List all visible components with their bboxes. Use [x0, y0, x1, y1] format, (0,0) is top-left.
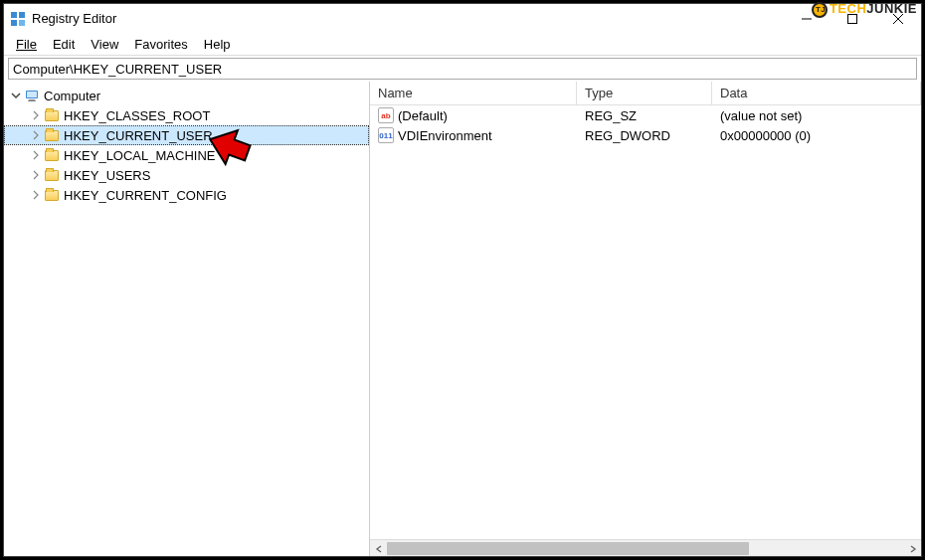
- column-type[interactable]: Type: [577, 82, 712, 104]
- chevron-right-icon[interactable]: [30, 129, 42, 141]
- titlebar[interactable]: Registry Editor: [4, 4, 921, 34]
- list-row[interactable]: 011 VDIEnvironment REG_DWORD 0x00000000 …: [370, 125, 921, 145]
- menu-file[interactable]: File: [8, 35, 45, 54]
- svg-rect-9: [27, 92, 37, 97]
- folder-icon: [44, 167, 60, 183]
- reg-binary-icon: 011: [378, 127, 394, 143]
- watermark-tech: TECH: [830, 1, 866, 16]
- tree-root-label: Computer: [44, 89, 100, 103]
- tree-pane[interactable]: Computer HKEY_CLASSES_ROOT HKEY_CURRENT_…: [4, 82, 370, 556]
- svg-rect-3: [19, 20, 25, 26]
- value-type: REG_SZ: [577, 108, 712, 123]
- menu-favorites[interactable]: Favorites: [126, 35, 195, 54]
- scroll-right-button[interactable]: [904, 540, 921, 556]
- tree-hive-label: HKEY_CURRENT_CONFIG: [64, 188, 227, 203]
- horizontal-scrollbar[interactable]: [370, 539, 921, 556]
- chevron-right-icon[interactable]: [30, 109, 42, 121]
- window-title: Registry Editor: [32, 11, 116, 26]
- reg-string-icon: ab: [378, 107, 394, 123]
- value-data: (value not set): [712, 108, 921, 123]
- watermark-junkie: JUNKIE: [866, 1, 917, 16]
- tree-root-computer[interactable]: Computer: [4, 86, 369, 105]
- folder-icon: [44, 127, 60, 143]
- menu-help[interactable]: Help: [196, 35, 239, 54]
- watermark-badge: TECHJUNKIE: [812, 1, 917, 18]
- value-type: REG_DWORD: [577, 128, 712, 143]
- tree-hive-local-machine[interactable]: HKEY_LOCAL_MACHINE: [4, 145, 369, 165]
- tree-hive-label: HKEY_CURRENT_USER: [64, 128, 213, 143]
- folder-icon: [44, 107, 60, 123]
- main-content: Computer HKEY_CLASSES_ROOT HKEY_CURRENT_…: [4, 82, 921, 556]
- folder-icon: [44, 187, 60, 203]
- watermark-icon: [812, 2, 828, 18]
- tree-hive-label: HKEY_LOCAL_MACHINE: [64, 148, 215, 163]
- menu-view[interactable]: View: [83, 35, 126, 54]
- list-header: Name Type Data: [370, 82, 921, 105]
- chevron-right-icon[interactable]: [30, 149, 42, 161]
- column-data[interactable]: Data: [712, 82, 921, 104]
- tree-hive-classes-root[interactable]: HKEY_CLASSES_ROOT: [4, 105, 369, 125]
- tree-hive-current-config[interactable]: HKEY_CURRENT_CONFIG: [4, 185, 369, 205]
- svg-rect-0: [11, 12, 17, 18]
- address-bar[interactable]: Computer\HKEY_CURRENT_USER: [8, 58, 917, 80]
- list-body[interactable]: ab (Default) REG_SZ (value not set) 011 …: [370, 105, 921, 539]
- computer-icon: [24, 88, 40, 103]
- scroll-track[interactable]: [387, 540, 904, 556]
- scroll-thumb[interactable]: [387, 542, 749, 555]
- regedit-icon: [10, 11, 26, 27]
- window-frame: Registry Editor File Edit View Favorites…: [3, 3, 922, 557]
- scroll-left-button[interactable]: [370, 540, 387, 556]
- value-data: 0x00000000 (0): [712, 128, 921, 143]
- menu-edit[interactable]: Edit: [45, 35, 83, 54]
- address-path: Computer\HKEY_CURRENT_USER: [13, 62, 222, 77]
- chevron-down-icon[interactable]: [10, 90, 22, 101]
- value-name: VDIEnvironment: [398, 128, 492, 143]
- folder-icon: [44, 147, 60, 163]
- tree-hive-users[interactable]: HKEY_USERS: [4, 165, 369, 185]
- svg-rect-1: [19, 12, 25, 18]
- tree-hive-label: HKEY_USERS: [64, 168, 150, 183]
- svg-rect-10: [29, 99, 35, 100]
- tree-hive-label: HKEY_CLASSES_ROOT: [64, 108, 210, 123]
- list-row[interactable]: ab (Default) REG_SZ (value not set): [370, 105, 921, 125]
- chevron-right-icon[interactable]: [30, 189, 42, 201]
- value-name: (Default): [398, 108, 448, 123]
- chevron-right-icon[interactable]: [30, 169, 42, 181]
- list-pane: Name Type Data ab (Default) REG_SZ (valu…: [370, 82, 921, 556]
- svg-rect-2: [11, 20, 17, 26]
- minimize-icon: [802, 14, 812, 24]
- svg-rect-11: [28, 100, 36, 101]
- column-name[interactable]: Name: [370, 82, 577, 104]
- menubar: File Edit View Favorites Help: [4, 34, 921, 56]
- tree-hive-current-user[interactable]: HKEY_CURRENT_USER: [4, 125, 369, 145]
